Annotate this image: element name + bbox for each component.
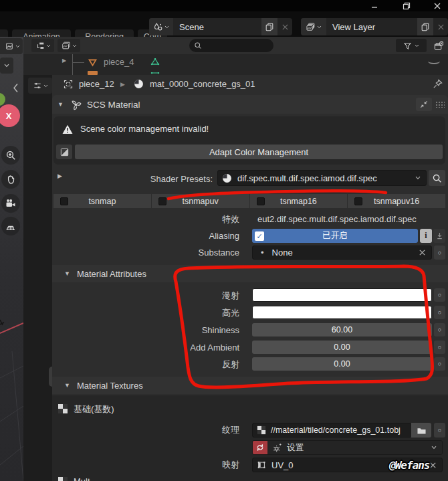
texture-browse-button[interactable]	[411, 423, 431, 438]
scene-icon	[153, 22, 163, 32]
panel-expand-arrow[interactable]: ▼	[64, 270, 70, 277]
editor-type-selector[interactable]	[28, 78, 52, 94]
viewport-dropdown-partial[interactable]	[0, 58, 13, 74]
pin-icon[interactable]	[432, 78, 443, 90]
panel-collapse-button[interactable]	[416, 98, 432, 111]
watermark: @Wefans	[389, 459, 429, 472]
scene-selector[interactable]: Scene	[149, 18, 292, 35]
close-button[interactable]	[429, 0, 445, 11]
adapt-color-management-button[interactable]: Adapt Color Management	[75, 145, 443, 159]
close-icon[interactable]	[429, 462, 437, 469]
minimize-button[interactable]	[366, 0, 382, 11]
view-layer-remove-button[interactable]	[433, 18, 448, 35]
color-management-box: Scene color management invalid! Adapt Co…	[53, 116, 445, 165]
outliner-row-partial[interactable]	[23, 70, 448, 75]
add-ambient-field[interactable]: 0.00	[252, 341, 432, 354]
aliasing-toggle[interactable]: ✓ 已开启	[252, 229, 418, 243]
scs-material-icon	[70, 99, 82, 110]
panel-expand-arrow[interactable]: ▼	[64, 382, 70, 389]
diffuse-decorator[interactable]: ○	[434, 288, 445, 302]
aliasing-info-button[interactable]: i	[420, 229, 432, 243]
funnel-icon	[403, 41, 412, 50]
chevron-down-icon	[415, 44, 419, 47]
specular-color-swatch[interactable]	[252, 306, 432, 319]
aliasing-download-button[interactable]	[433, 229, 445, 243]
view-layer-browse-button[interactable]	[301, 18, 326, 35]
texture-path-field[interactable]: //material/tiled/concrete_gs_01.tobj	[252, 423, 411, 438]
breadcrumb: piece_12 ▶ mat_0000_concrete_gs_01	[52, 75, 448, 94]
effect-label: 特效	[52, 212, 239, 226]
panel-expand-arrow[interactable]: ▼	[58, 101, 64, 108]
material-sphere-icon	[134, 79, 144, 89]
scene-duplicate-button[interactable]	[261, 18, 277, 35]
viewport-zoom-button[interactable]	[1, 146, 20, 165]
breadcrumb-material[interactable]: mat_0000_concrete_gs_01	[150, 79, 255, 89]
row-corner-curve	[428, 58, 440, 64]
texture-reload-button[interactable]	[253, 441, 267, 454]
texture-decorator[interactable]: ○	[434, 423, 445, 438]
mesh-icon	[87, 57, 98, 68]
shading-icon	[5, 42, 13, 50]
expander-icon[interactable]: ▶	[62, 58, 66, 64]
viewport-shading-dropdown-partial[interactable]	[0, 38, 23, 54]
shader-preset-search-button[interactable]	[429, 170, 445, 186]
view-layer-duplicate-button[interactable]	[417, 18, 433, 35]
scene-browse-button[interactable]	[149, 18, 173, 35]
outliner-filter-button[interactable]	[396, 39, 427, 52]
substance-dropdown[interactable]: • None	[252, 246, 432, 260]
add-ambient-label: Add Ambient	[52, 341, 239, 355]
base-texture-title: 基础(基数)	[74, 403, 114, 415]
viewport-pan-button[interactable]	[1, 170, 20, 189]
material-textures-header[interactable]: ▼ Material Textures	[52, 377, 448, 394]
specular-decorator[interactable]: ○	[434, 306, 445, 319]
outliner-row-piece4[interactable]: ▶ piece_4	[23, 54, 448, 70]
reflection-field[interactable]: 0.00	[252, 357, 432, 371]
material-attributes-header[interactable]: ▼ Material Attributes	[52, 265, 448, 282]
texture-checker-icon	[58, 403, 68, 414]
new-collection-button[interactable]	[430, 39, 446, 52]
aliasing-checkbox[interactable]: ✓	[255, 231, 264, 241]
section-title: Material Textures	[77, 381, 143, 391]
checkbox[interactable]	[60, 197, 68, 205]
flag-tsnmapuv16[interactable]: tsnmapuv16	[348, 194, 445, 208]
viewport-camera-button[interactable]	[1, 194, 20, 213]
flag-tsnmap[interactable]: tsnmap	[53, 194, 151, 208]
viewport-grid-button[interactable]	[1, 217, 20, 235]
aliasing-state-text: 已开启	[322, 230, 348, 242]
minimize-icon	[370, 2, 378, 10]
shader-presets-expander[interactable]: ▶	[58, 173, 62, 179]
checkbox[interactable]	[158, 197, 166, 205]
flag-tsnmap16[interactable]: tsnmap16	[250, 194, 348, 208]
shader-presets-dropdown[interactable]: dif.spec.mult.dif.spec.iamod.dif.spec	[217, 170, 427, 186]
outliner-search-input[interactable]	[189, 39, 273, 52]
maximize-button[interactable]	[399, 0, 415, 11]
outliner-display-mode-button[interactable]	[31, 39, 54, 52]
diffuse-color-swatch[interactable]	[252, 288, 432, 302]
region-collapse-arrow[interactable]	[13, 83, 19, 93]
scs-material-panel-header[interactable]: ▼ SCS Material	[52, 95, 448, 114]
checkbox[interactable]	[354, 197, 362, 205]
outliner-filter-image-button[interactable]	[58, 39, 80, 52]
chevron-down-icon	[15, 45, 20, 48]
outliner-item-name[interactable]: piece_4	[104, 57, 134, 67]
close-icon[interactable]	[419, 249, 426, 256]
axis-x-glyph: X	[6, 111, 12, 121]
texture-settings-dropdown[interactable]: 设置	[252, 440, 443, 455]
shininess-decorator[interactable]: ○	[434, 323, 445, 336]
color-management-icon-button[interactable]	[56, 145, 72, 159]
add-ambient-decorator[interactable]: ○	[434, 341, 445, 354]
flag-tsnmapuv[interactable]: tsnmapuv	[152, 194, 249, 208]
shininess-field[interactable]: 60.00	[252, 323, 432, 336]
scene-unlink-button[interactable]	[277, 18, 292, 35]
hand-icon	[5, 174, 16, 185]
view-layer-selector[interactable]: View Layer	[301, 18, 448, 35]
reflection-decorator[interactable]: ○	[434, 357, 445, 371]
checkbox[interactable]	[257, 197, 265, 205]
substance-decorator[interactable]: ○	[434, 246, 445, 260]
diffuse-label: 漫射	[52, 288, 239, 302]
close-icon	[282, 23, 289, 31]
panel-grip-handle[interactable]	[435, 101, 445, 108]
section-title: Material Attributes	[77, 269, 146, 279]
chevron-down-icon	[4, 64, 9, 68]
breadcrumb-object[interactable]: piece_12	[79, 79, 114, 89]
